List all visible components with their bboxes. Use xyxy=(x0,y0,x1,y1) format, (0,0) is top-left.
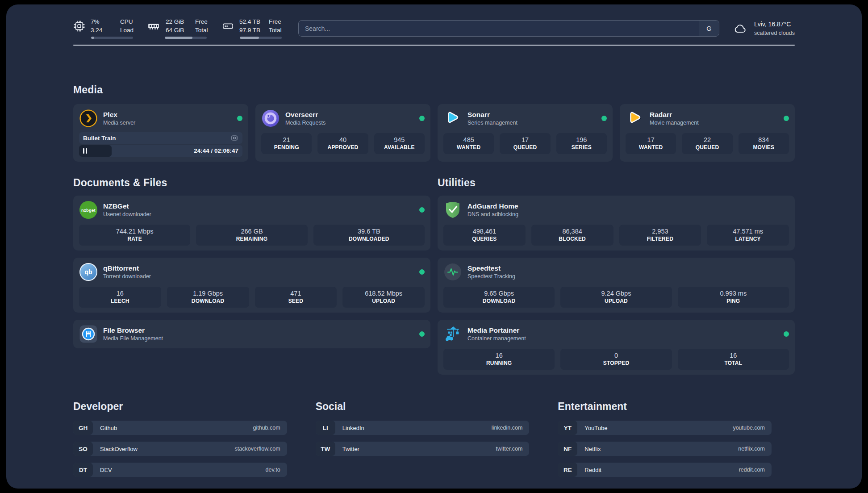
link-groups: Developer GH Github github.com SO StackO… xyxy=(73,401,795,477)
playback-progress-bar: 24:44 / 02:06:47 xyxy=(79,145,242,157)
stat-label: RUNNING xyxy=(445,360,553,366)
stat-tile: 834MOVIES xyxy=(739,133,789,154)
cpu-load-value: 3.24 xyxy=(91,26,115,34)
disk-free-label: Free xyxy=(269,18,284,26)
link-row-stackoverflow[interactable]: SO StackOverflow stackoverflow.com xyxy=(73,442,287,456)
app-description: Media Requests xyxy=(285,120,326,126)
cpu-usage-label: CPU xyxy=(120,18,135,26)
stat-value: 945 xyxy=(376,136,423,143)
cpu-chip-icon xyxy=(73,20,85,32)
stat-tile: 9.65 GbpsDOWNLOAD xyxy=(443,287,555,308)
memory-free-label: Free xyxy=(195,18,210,26)
link-row-linkedin[interactable]: LI LinkedIn linkedin.com xyxy=(316,421,530,435)
link-name: Github xyxy=(93,425,117,431)
app-name: NZBGet xyxy=(103,202,151,210)
stat-tile: 40APPROVED xyxy=(317,133,368,154)
link-row-reddit[interactable]: RE Reddit reddit.com xyxy=(558,463,772,477)
now-playing-title: Bullet Train xyxy=(83,135,116,142)
stat-label: QUEUED xyxy=(684,144,730,150)
app-name: Speedtest xyxy=(467,264,515,272)
app-card-adguard[interactable]: AdGuard Home DNS and adblocking 498,461Q… xyxy=(438,196,795,251)
section-title-social: Social xyxy=(316,401,530,413)
cloud-icon xyxy=(732,21,749,36)
link-url: netflix.com xyxy=(738,446,772,452)
link-row-netflix[interactable]: NF Netflix netflix.com xyxy=(558,442,772,456)
weather-location-temp: Lviv, 16.87°C xyxy=(754,20,795,29)
link-name: Twitter xyxy=(335,446,359,452)
search-engine-button[interactable]: G xyxy=(699,21,719,36)
app-card-sonarr[interactable]: Sonarr Series management 485WANTED 17QUE… xyxy=(438,104,613,162)
app-description: Media File Management xyxy=(103,335,163,342)
plex-icon xyxy=(79,109,98,128)
pause-icon[interactable] xyxy=(83,148,87,154)
stat-tile: 0STOPPED xyxy=(560,349,672,370)
stat-value: 47.571 ms xyxy=(709,228,787,235)
stat-label: AVAILABLE xyxy=(376,144,423,150)
link-tag: SO xyxy=(73,442,93,456)
stat-label: UPLOAD xyxy=(344,298,423,304)
nzbget-icon: nzbget xyxy=(79,201,98,219)
stat-label: TOTAL xyxy=(680,360,787,366)
cast-icon xyxy=(230,134,238,142)
cpu-usage-value: 7% xyxy=(91,18,115,26)
media-card-grid: Plex Media server Bullet Train xyxy=(73,104,795,162)
search-input[interactable] xyxy=(299,21,699,36)
app-card-qbittorrent[interactable]: qb qBittorrent Torrent downloader 16LEEC… xyxy=(73,258,430,313)
radarr-icon xyxy=(626,109,644,128)
section-title-utilities: Utilities xyxy=(438,177,795,189)
link-row-twitter[interactable]: TW Twitter twitter.com xyxy=(316,442,530,456)
stat-value: 266 GB xyxy=(198,228,305,235)
app-name: File Browser xyxy=(103,326,163,334)
disk-total-label: Total xyxy=(269,26,284,34)
link-group-social: Social LI LinkedIn linkedin.com TW Twitt… xyxy=(316,401,530,477)
app-description: Usenet downloader xyxy=(103,211,151,217)
app-description: Speedtest Tracking xyxy=(467,273,515,280)
stat-value: 16 xyxy=(680,352,787,359)
cpu-progress-bar xyxy=(91,37,133,39)
stat-label: FILTERED xyxy=(621,236,700,242)
link-row-dev[interactable]: DT DEV dev.to xyxy=(73,463,287,477)
app-card-plex[interactable]: Plex Media server Bullet Train xyxy=(73,104,248,162)
hard-drive-icon xyxy=(222,20,234,32)
stat-value: 744.21 Mbps xyxy=(81,228,188,235)
disk-progress-bar xyxy=(240,37,282,39)
stat-label: SERIES xyxy=(558,144,605,150)
stat-tile: 22QUEUED xyxy=(682,133,732,154)
stat-label: APPROVED xyxy=(319,144,366,150)
app-card-overseerr[interactable]: Overseerr Media Requests 21PENDING 40APP… xyxy=(255,104,430,162)
app-card-speedtest[interactable]: Speedtest Speedtest Tracking 9.65 GbpsDO… xyxy=(438,258,795,313)
stat-label: WANTED xyxy=(445,144,492,150)
stat-value: 9.65 Gbps xyxy=(445,290,553,297)
app-card-nzbget[interactable]: nzbget NZBGet Usenet downloader 744.21 M… xyxy=(73,196,430,251)
stat-label: LATENCY xyxy=(709,236,787,242)
status-dot xyxy=(237,116,242,121)
stat-label: DOWNLOADED xyxy=(315,236,423,242)
stat-value: 21 xyxy=(263,136,310,143)
memory-stat: 22 GiB 64 GiB Free Total xyxy=(147,18,210,39)
link-name: LinkedIn xyxy=(335,425,364,431)
link-row-github[interactable]: GH Github github.com xyxy=(73,421,287,435)
disk-free-value: 52.4 TB xyxy=(239,18,263,26)
link-name: Reddit xyxy=(577,467,601,473)
stat-value: 86,384 xyxy=(533,228,612,235)
link-url: youtube.com xyxy=(733,425,772,431)
stat-value: 1.19 Gbps xyxy=(169,290,247,297)
app-description: Series management xyxy=(467,120,517,126)
app-description: DNS and adblocking xyxy=(467,211,518,217)
memory-total-label: Total xyxy=(195,26,210,34)
stat-value: 471 xyxy=(257,290,335,297)
app-card-radarr[interactable]: Radarr Movie management 17WANTED 22QUEUE… xyxy=(620,104,795,162)
disk-stat: 52.4 TB 97.9 TB Free Total xyxy=(222,18,284,39)
app-card-filebrowser[interactable]: File Browser Media File Management xyxy=(73,320,430,348)
stat-value: 22 xyxy=(684,136,730,143)
stat-tile: 16RUNNING xyxy=(443,349,555,370)
link-name: Netflix xyxy=(577,446,601,452)
stat-value: 39.6 TB xyxy=(315,228,423,235)
app-card-portainer[interactable]: Media Portainer Container management 16R… xyxy=(438,320,795,375)
link-row-youtube[interactable]: YT YouTube youtube.com xyxy=(558,421,772,435)
stat-label: MOVIES xyxy=(740,144,787,150)
link-name: StackOverflow xyxy=(93,446,138,452)
stat-tile: 744.21 MbpsRATE xyxy=(79,225,190,246)
search-bar: G xyxy=(298,20,719,37)
weather-condition: scattered clouds xyxy=(754,29,795,38)
